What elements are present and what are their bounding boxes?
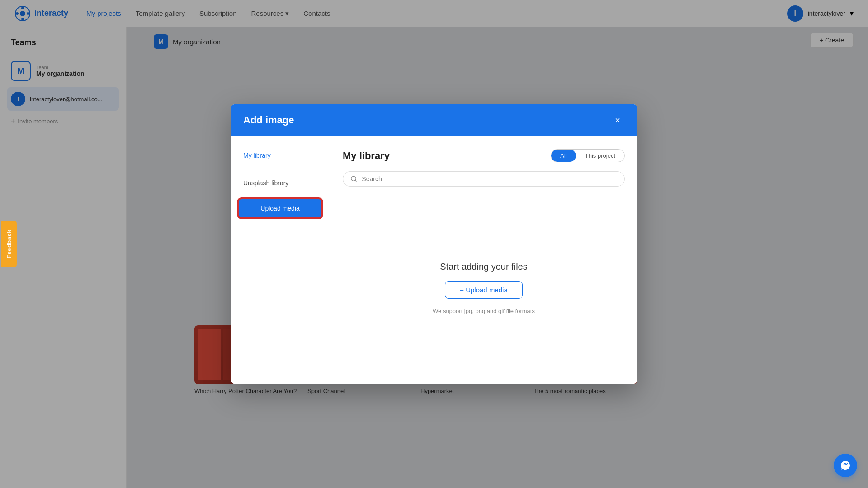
search-icon	[350, 175, 357, 183]
modal-header: Add image ×	[231, 104, 637, 136]
modal-sidebar: My library Unsplash library Upload media	[231, 136, 330, 384]
svg-point-6	[351, 176, 356, 181]
filter-this-project-button[interactable]: This project	[576, 150, 624, 162]
supported-formats-text: We support jpg, png and gif file formats	[433, 308, 535, 314]
modal-body: My library Unsplash library Upload media…	[231, 136, 637, 384]
modal-nav-unsplash[interactable]: Unsplash library	[238, 175, 322, 191]
modal-add-image: Add image × My library Unsplash library …	[231, 104, 637, 384]
messenger-button[interactable]	[834, 454, 857, 477]
empty-state: Start adding your files + Upload media W…	[343, 205, 625, 371]
modal-content-header: My library All This project	[343, 149, 625, 162]
filter-buttons: All This project	[551, 149, 625, 162]
modal-title: Add image	[243, 114, 294, 126]
messenger-icon	[840, 460, 851, 471]
modal-section-title: My library	[343, 150, 390, 162]
search-bar	[343, 171, 625, 187]
upload-media-cta-button[interactable]: + Upload media	[445, 281, 522, 299]
modal-close-button[interactable]: ×	[610, 113, 625, 127]
modal-nav-divider	[238, 169, 322, 169]
filter-all-button[interactable]: All	[551, 150, 576, 162]
modal-nav-my-library[interactable]: My library	[238, 147, 322, 164]
search-input[interactable]	[362, 175, 617, 183]
feedback-tab[interactable]: Feedback	[1, 221, 17, 267]
modal-content: My library All This project Start adding…	[330, 136, 637, 384]
svg-line-7	[355, 180, 357, 182]
upload-media-button[interactable]: Upload media	[238, 198, 322, 218]
empty-state-title: Start adding your files	[440, 262, 527, 272]
